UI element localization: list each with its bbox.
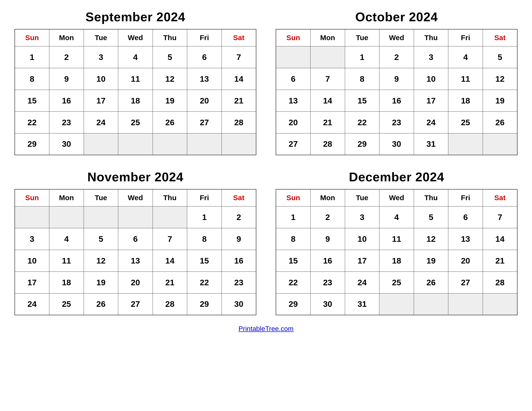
table-cell: 27 — [448, 271, 483, 293]
table-cell: 25 — [49, 293, 84, 315]
table-cell — [448, 133, 483, 155]
table-cell: 11 — [118, 68, 153, 90]
table-cell: 10 — [414, 68, 448, 90]
table-cell: 2 — [221, 206, 256, 228]
header-day-Fri: Fri — [187, 189, 222, 206]
table-cell: 31 — [414, 133, 448, 155]
table-cell: 13 — [448, 228, 483, 250]
header-day-Thu: Thu — [414, 189, 448, 206]
table-cell: 5 — [414, 206, 448, 228]
table-cell — [187, 133, 222, 155]
table-cell: 20 — [276, 112, 311, 133]
table-cell: 17 — [414, 90, 448, 112]
table-cell: 14 — [311, 90, 345, 112]
table-cell: 1 — [276, 206, 311, 228]
table-cell: 22 — [187, 271, 222, 293]
table-cell — [152, 206, 187, 228]
table-cell: 21 — [483, 250, 517, 271]
table-cell: 5 — [84, 228, 118, 250]
table-cell — [49, 206, 84, 228]
header-day-Mon: Mon — [311, 189, 345, 206]
table-cell: 25 — [448, 112, 483, 133]
table-cell: 19 — [483, 90, 517, 112]
table-cell: 8 — [15, 68, 49, 90]
table-cell: 26 — [414, 271, 448, 293]
calendar-table-october-2024: SunMonTueWedThuFriSat1234567891011121314… — [276, 29, 517, 155]
table-cell: 3 — [15, 228, 49, 250]
calendar-december-2024: December 2024SunMonTueWedThuFriSat123456… — [276, 170, 517, 315]
calendar-title-october-2024: October 2024 — [355, 10, 438, 24]
table-cell — [15, 206, 49, 228]
table-cell: 21 — [311, 112, 345, 133]
table-cell: 8 — [345, 68, 380, 90]
table-cell: 1 — [187, 206, 222, 228]
header-day-Tue: Tue — [345, 189, 380, 206]
header-day-Wed: Wed — [380, 189, 414, 206]
header-day-Fri: Fri — [448, 189, 483, 206]
calendar-table-september-2024: SunMonTueWedThuFriSat1234567891011121314… — [15, 29, 256, 155]
table-cell: 5 — [483, 46, 517, 68]
table-cell: 23 — [311, 271, 345, 293]
table-cell: 3 — [414, 46, 448, 68]
table-cell: 24 — [15, 293, 49, 315]
calendar-table-december-2024: SunMonTueWedThuFriSat1234567891011121314… — [276, 189, 517, 315]
table-cell: 15 — [276, 250, 311, 271]
calendar-title-september-2024: September 2024 — [86, 10, 185, 24]
table-cell: 23 — [221, 271, 256, 293]
header-day-Thu: Thu — [414, 29, 448, 46]
table-cell: 7 — [152, 228, 187, 250]
table-cell: 15 — [187, 250, 222, 271]
table-cell — [483, 293, 517, 315]
calendar-october-2024: October 2024SunMonTueWedThuFriSat1234567… — [276, 10, 517, 155]
table-cell: 6 — [276, 68, 311, 90]
table-cell: 29 — [187, 293, 222, 315]
header-day-Mon: Mon — [311, 29, 345, 46]
table-cell: 12 — [483, 68, 517, 90]
table-cell: 29 — [345, 133, 380, 155]
table-cell: 18 — [380, 250, 414, 271]
table-cell: 14 — [221, 68, 256, 90]
table-cell: 26 — [483, 112, 517, 133]
table-cell: 6 — [118, 228, 153, 250]
header-day-Mon: Mon — [49, 189, 84, 206]
header-day-Sun: Sun — [15, 29, 49, 46]
table-cell: 26 — [84, 293, 118, 315]
table-cell: 13 — [118, 250, 153, 271]
table-cell: 12 — [414, 228, 448, 250]
table-cell: 8 — [276, 228, 311, 250]
table-cell: 17 — [15, 271, 49, 293]
table-cell: 6 — [187, 46, 222, 68]
table-cell: 23 — [380, 112, 414, 133]
table-cell: 10 — [15, 250, 49, 271]
table-cell: 2 — [311, 206, 345, 228]
table-cell: 4 — [448, 46, 483, 68]
table-cell: 1 — [15, 46, 49, 68]
table-cell: 25 — [118, 112, 153, 133]
header-day-Tue: Tue — [84, 189, 118, 206]
table-cell: 20 — [187, 90, 222, 112]
table-cell: 15 — [345, 90, 380, 112]
table-cell: 28 — [221, 112, 256, 133]
table-cell: 14 — [152, 250, 187, 271]
table-cell: 14 — [483, 228, 517, 250]
header-day-Fri: Fri — [448, 29, 483, 46]
table-cell: 24 — [345, 271, 380, 293]
table-cell — [84, 206, 118, 228]
header-day-Sat: Sat — [221, 29, 256, 46]
table-cell — [276, 46, 311, 68]
table-cell: 13 — [187, 68, 222, 90]
table-cell — [311, 46, 345, 68]
table-cell: 19 — [84, 271, 118, 293]
footer-link[interactable]: PrintableTree.com — [238, 325, 294, 332]
header-day-Sat: Sat — [483, 29, 517, 46]
table-cell — [221, 133, 256, 155]
table-cell: 26 — [152, 112, 187, 133]
table-cell: 30 — [380, 133, 414, 155]
table-cell: 21 — [152, 271, 187, 293]
table-cell: 29 — [276, 293, 311, 315]
footer: PrintableTree.com — [238, 325, 294, 333]
table-cell: 30 — [49, 133, 84, 155]
table-cell: 7 — [221, 46, 256, 68]
table-cell: 30 — [311, 293, 345, 315]
table-cell: 18 — [49, 271, 84, 293]
